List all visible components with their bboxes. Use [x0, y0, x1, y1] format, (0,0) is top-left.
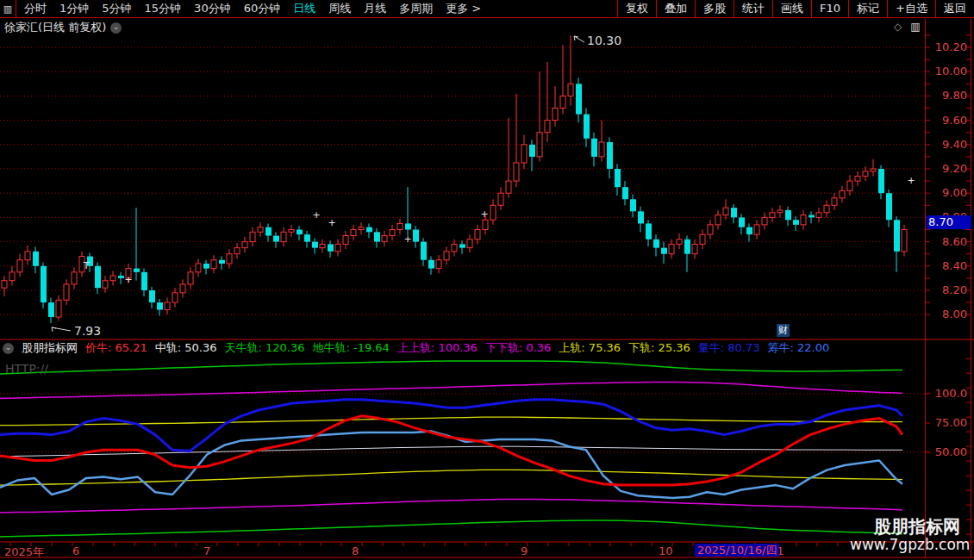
month-label: 8 — [352, 544, 359, 557]
month-label: 6 — [72, 544, 79, 557]
diamond-icon[interactable]: ◇ — [894, 21, 902, 33]
current-date-tag: 2025/10/16/四 — [695, 544, 779, 557]
indicator-field-下下轨: 下下轨: 0.36 — [485, 341, 551, 354]
toolbar-button[interactable]: 返回 — [935, 0, 974, 17]
month-label: 7 — [203, 544, 210, 557]
toolbar-button[interactable]: 画线 — [772, 0, 811, 17]
indicator-field-上上轨: 上上轨: 100.36 — [397, 341, 478, 354]
toolbar-button[interactable]: 复权 — [617, 0, 656, 17]
price-tick-label: 9.80 — [928, 89, 967, 102]
svg-text:+: + — [907, 175, 915, 186]
period-tabs: 分时1分钟5分钟15分钟30分钟60分钟日线周线月线多周期更多 > — [24, 1, 481, 16]
svg-text:+: + — [403, 233, 411, 245]
trading-app-window: ▥ 分时1分钟5分钟15分钟30分钟60分钟日线周线月线多周期更多 > 复权叠加… — [0, 0, 974, 560]
month-label: 10 — [659, 544, 673, 557]
price-tick-label: 8.40 — [928, 259, 967, 272]
svg-text:T: T — [83, 260, 90, 271]
price-tick-label: 8.00 — [928, 308, 967, 320]
period-tab[interactable]: 1分钟 — [59, 1, 89, 16]
svg-text:+: + — [124, 274, 132, 285]
watermark-site: www.7gpzb.com — [850, 536, 970, 553]
price-tick-label: 10.20 — [928, 40, 967, 53]
toolbar-right-buttons: 复权叠加多股统计画线F10标记+自选返回 — [617, 0, 974, 17]
price-tick-label: 9.60 — [928, 114, 967, 127]
period-tab[interactable]: 分时 — [24, 1, 47, 16]
period-tab[interactable]: 30分钟 — [194, 1, 231, 16]
price-tick-label: 10.00 — [928, 65, 967, 78]
layout-icon[interactable]: ▥ — [0, 0, 16, 17]
period-tab[interactable]: 周线 — [328, 1, 351, 16]
period-tab[interactable]: 更多 > — [446, 1, 481, 16]
indicator-tick-label: 75.00 — [928, 416, 967, 429]
toolbar-button[interactable]: 统计 — [734, 0, 772, 17]
price-tick-label: 9.00 — [928, 186, 967, 199]
last-price-tag: 8.70 — [927, 215, 971, 229]
svg-text:+: + — [328, 217, 335, 228]
indicator-source-label[interactable]: 股朋指标网 — [22, 340, 78, 356]
toolbar-button[interactable]: 标记 — [848, 0, 887, 17]
month-label: 2025年 — [4, 544, 44, 560]
chart-title: 徐家汇(日线 前复权) — [4, 20, 106, 35]
indicator-field-中轨: 中轨: 50.36 — [155, 341, 217, 354]
indicator-field-价牛: 价牛: 65.21 — [85, 341, 147, 354]
indicator-tick-label: 100.0 — [928, 387, 967, 400]
period-tab[interactable]: 日线 — [293, 1, 315, 16]
indicator-field-下轨: 下轨: 25.36 — [628, 341, 690, 354]
toolbar-button[interactable]: 叠加 — [656, 0, 695, 17]
indicator-field-上轨: 上轨: 75.36 — [559, 341, 621, 354]
toolbar-button[interactable]: +自选 — [887, 0, 935, 17]
indicator-header: ⌄ 股朋指标网 价牛: 65.21中轨: 50.36天牛轨: 120.36地牛轨… — [3, 340, 837, 356]
price-tick-label: 8.20 — [928, 283, 967, 296]
period-toolbar: ▥ 分时1分钟5分钟15分钟30分钟60分钟日线周线月线多周期更多 > 复权叠加… — [0, 0, 974, 18]
svg-text:7.93: 7.93 — [74, 324, 101, 338]
period-tab[interactable]: 15分钟 — [145, 1, 182, 16]
month-label: 9 — [521, 544, 528, 557]
window-icon[interactable]: ▥ — [910, 21, 920, 33]
chevron-down-icon[interactable]: ⌄ — [110, 22, 122, 34]
toolbar-button[interactable]: F10 — [811, 0, 848, 17]
price-tick-label: 8.60 — [928, 235, 967, 248]
svg-text:+: + — [312, 209, 320, 221]
indicator-field-天牛轨: 天牛轨: 120.36 — [224, 341, 304, 354]
toolbar-button[interactable]: 多股 — [695, 0, 734, 17]
indicator-tick-label: 50.00 — [928, 445, 967, 458]
period-tab[interactable]: 5分钟 — [102, 1, 131, 16]
title-row-icons: ◇ ▥ — [894, 21, 921, 33]
period-tab[interactable]: 多周期 — [399, 1, 433, 16]
chevron-down-icon[interactable]: ⌄ — [3, 343, 14, 354]
indicator-field-地牛轨: 地牛轨: -19.64 — [312, 341, 389, 354]
period-tab[interactable]: 月线 — [364, 1, 386, 16]
indicator-field-量牛: 量牛: 80.73 — [698, 341, 760, 354]
svg-text:10.30: 10.30 — [587, 34, 621, 47]
period-tab[interactable]: 60分钟 — [244, 1, 281, 16]
svg-text:+: + — [480, 208, 488, 220]
watermark-http: HTTP:// — [5, 362, 48, 376]
price-tick-label: 9.20 — [928, 162, 967, 175]
price-tick-label: 9.40 — [928, 138, 967, 151]
watermark-brand: 股朋指标网 — [874, 515, 960, 538]
indicator-field-筹牛: 筹牛: 22.00 — [768, 341, 830, 354]
chart-canvas[interactable]: 10.307.93T++++++ — [0, 0, 974, 560]
indicator-values: 价牛: 65.21中轨: 50.36天牛轨: 120.36地牛轨: -19.64… — [85, 340, 837, 356]
event-marker-cai[interactable]: 财 — [777, 324, 790, 337]
chart-title-row: 徐家汇(日线 前复权) ⌄ — [4, 20, 122, 35]
